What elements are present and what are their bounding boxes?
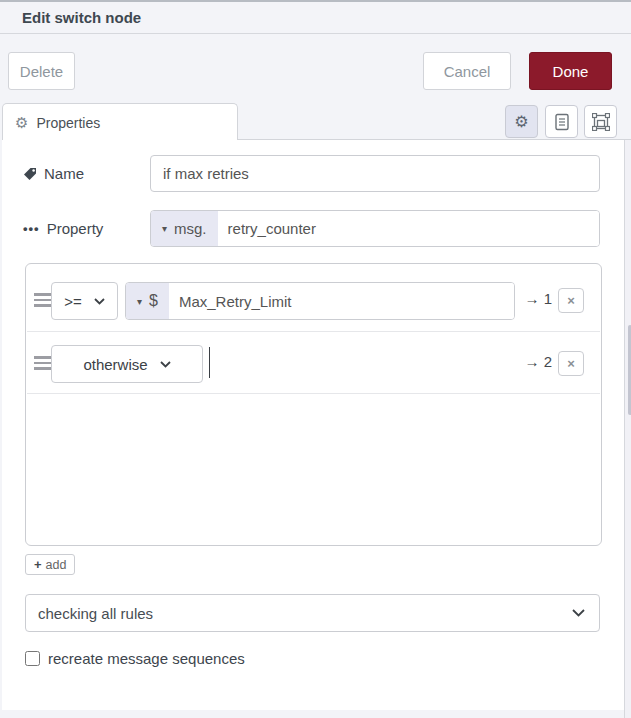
appearance-tab-button[interactable] bbox=[584, 105, 617, 138]
rule-2-operator-select[interactable]: otherwise bbox=[51, 345, 203, 383]
description-tab-button[interactable] bbox=[545, 105, 578, 138]
chevron-down-icon bbox=[572, 609, 585, 617]
rule-divider bbox=[27, 393, 600, 394]
rule-1-value-input[interactable] bbox=[169, 283, 514, 319]
tab-properties-label: Properties bbox=[36, 115, 100, 131]
text-cursor bbox=[209, 347, 210, 378]
delete-button[interactable]: Delete bbox=[8, 52, 75, 90]
rule-mode-value: checking all rules bbox=[38, 605, 153, 622]
close-icon: × bbox=[567, 357, 575, 370]
done-button[interactable]: Done bbox=[529, 52, 612, 90]
add-rule-label: add bbox=[46, 558, 67, 572]
gear-icon: ⚙ bbox=[15, 114, 28, 132]
rule-1-type-select-button[interactable]: ▾ $ bbox=[126, 283, 169, 319]
chevron-down-icon bbox=[94, 298, 105, 305]
scrollbar[interactable] bbox=[624, 140, 631, 718]
name-input[interactable] bbox=[150, 155, 600, 192]
rule-1-operator-select[interactable]: >= bbox=[51, 282, 118, 320]
drag-handle-icon[interactable] bbox=[34, 293, 52, 307]
caret-down-icon: ▾ bbox=[137, 296, 142, 307]
rule-2-delete-button[interactable]: × bbox=[558, 351, 584, 376]
rule-1-typed-input: ▾ $ bbox=[125, 282, 515, 320]
rule-2-output-label: → 2 bbox=[514, 353, 552, 370]
name-label: Name bbox=[44, 165, 84, 182]
rule-1-output-label: → 1 bbox=[514, 290, 552, 307]
recreate-sequences-label: recreate message sequences bbox=[48, 650, 245, 667]
document-icon bbox=[554, 113, 570, 131]
property-typed-input: ▾ msg. bbox=[150, 210, 600, 247]
edit-switch-node-dialog: Edit switch node Delete Cancel Done ⚙ Pr… bbox=[0, 0, 631, 718]
add-rule-button[interactable]: + add bbox=[25, 554, 75, 575]
ellipsis-icon: ••• bbox=[23, 221, 40, 236]
gear-icon: ⚙ bbox=[514, 112, 528, 131]
property-type-select-button[interactable]: ▾ msg. bbox=[151, 211, 218, 246]
caret-down-icon: ▾ bbox=[162, 223, 167, 234]
rule-1-type-label: $ bbox=[149, 292, 158, 310]
properties-panel: Name ••• Property ▾ msg. >= bbox=[2, 140, 624, 710]
name-label-row: Name bbox=[23, 165, 84, 182]
rule-2-operator-value: otherwise bbox=[83, 356, 147, 373]
drag-handle-icon[interactable] bbox=[34, 356, 52, 370]
property-label: Property bbox=[47, 220, 104, 237]
rule-row-2: otherwise → 2 × bbox=[26, 332, 601, 394]
dialog-header: Edit switch node bbox=[0, 2, 631, 34]
close-icon: × bbox=[567, 294, 575, 307]
properties-tab-button[interactable]: ⚙ bbox=[505, 105, 538, 138]
property-type-label: msg. bbox=[174, 220, 207, 237]
dialog-title: Edit switch node bbox=[22, 9, 141, 26]
property-label-row: ••• Property bbox=[23, 220, 103, 237]
appearance-icon bbox=[592, 113, 610, 131]
plus-icon: + bbox=[34, 557, 42, 572]
rules-list: >= ▾ $ → 1 × bbox=[25, 263, 602, 546]
recreate-sequences-row: recreate message sequences bbox=[25, 650, 245, 667]
rule-mode-select[interactable]: checking all rules bbox=[25, 594, 600, 632]
chevron-down-icon bbox=[160, 361, 171, 368]
rule-1-operator-value: >= bbox=[64, 293, 82, 310]
rule-row-1: >= ▾ $ → 1 × bbox=[26, 269, 601, 331]
tag-icon bbox=[23, 167, 37, 181]
tab-properties[interactable]: ⚙ Properties bbox=[2, 103, 238, 141]
rule-1-delete-button[interactable]: × bbox=[558, 288, 584, 313]
cancel-button[interactable]: Cancel bbox=[423, 52, 511, 90]
property-value-input[interactable] bbox=[218, 211, 599, 246]
recreate-sequences-checkbox[interactable] bbox=[25, 651, 40, 666]
